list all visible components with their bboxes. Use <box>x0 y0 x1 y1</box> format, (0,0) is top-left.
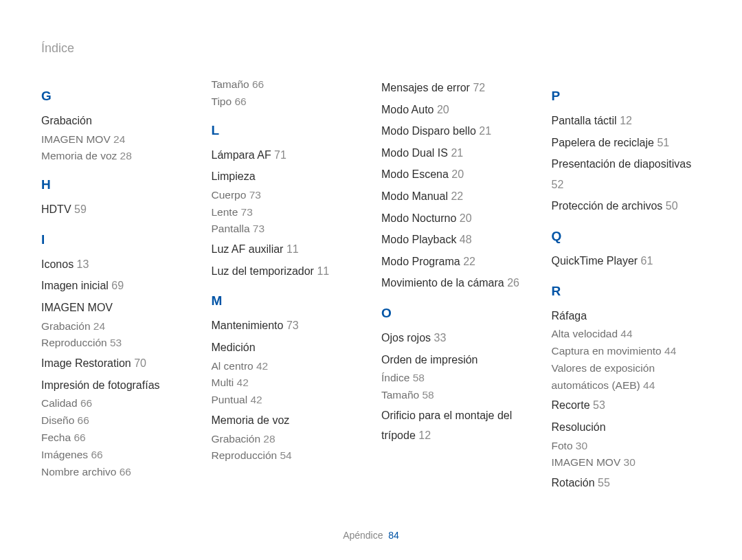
subentry-page: 66 <box>80 397 92 409</box>
index-subentry: Fecha 66 <box>41 429 191 447</box>
entry-text: Presentación de diapositivas <box>552 158 692 170</box>
subentry-page: 66 <box>74 432 85 443</box>
entry-text: IMAGEN MOV <box>41 302 113 313</box>
index-entry: Orificio para el montaje del trípode 12 <box>381 405 531 446</box>
index-entry: Luz AF auxiliar 11 <box>212 239 361 260</box>
entry-page: 70 <box>134 357 146 369</box>
subentry-page: 44 <box>620 328 632 339</box>
subentry-page: 73 <box>249 189 261 201</box>
entry-text: Orificio para el montaje del trípode <box>381 410 512 442</box>
index-subentry: Reproducción 53 <box>41 335 191 352</box>
entry-text: Pantalla táctil <box>552 115 617 126</box>
entry-page: 33 <box>434 332 446 344</box>
entry-page: 59 <box>74 203 87 215</box>
index-subentry: Tamaño 66 <box>212 76 361 93</box>
section-letter: G <box>41 89 191 104</box>
entry-page: 20 <box>437 104 449 115</box>
subentry-page: 54 <box>280 449 291 461</box>
index-entry: Lámpara AF 71 <box>212 145 361 166</box>
index-subentry: Valores de exposición automáticos (AEB) … <box>552 360 701 394</box>
subentry-page: 58 <box>422 389 434 401</box>
entry-text: Modo Nocturno <box>381 212 456 224</box>
index-entry: Modo Programa 22 <box>381 251 531 272</box>
subentry-text: Reproducción <box>212 449 278 461</box>
index-entry: Modo Escena 20 <box>381 164 531 185</box>
index-subentry: Índice 58 <box>381 370 531 387</box>
index-subentry: Calidad 66 <box>41 395 191 412</box>
index-col-2: Tamaño 66Tipo 66LLámpara AF 71LimpiezaCu… <box>212 76 361 493</box>
entry-page: 11 <box>286 243 299 255</box>
subentry-text: Imágenes <box>41 449 88 460</box>
subentry-page: 66 <box>252 78 264 90</box>
entry-text: Iconos <box>41 258 74 270</box>
index-entry: Recorte 53 <box>552 395 701 416</box>
subentry-text: Reproducción <box>41 337 107 348</box>
entry-page: 72 <box>473 82 485 93</box>
index-subentry: Imágenes 66 <box>41 447 191 464</box>
index-col-4: PPantalla táctil 12Papelera de reciclaje… <box>552 76 701 493</box>
entry-page: 11 <box>317 265 329 277</box>
entry-text: Modo Manual <box>381 190 448 202</box>
entry-text: Lámpara AF <box>212 149 271 161</box>
entry-text: Protección de archivos <box>552 200 663 212</box>
index-subentry: Pantalla 73 <box>212 221 361 238</box>
index-subentry: IMAGEN MOV 30 <box>552 454 701 471</box>
entry-text: Grabación <box>41 115 92 126</box>
subentry-page: 42 <box>250 394 262 405</box>
entry-text: Modo Playback <box>381 234 456 245</box>
index-entry: Movimiento de la cámara 26 <box>381 273 531 293</box>
subentry-page: 73 <box>241 206 253 218</box>
entry-page: 21 <box>451 147 463 159</box>
entry-text: Image Restoration <box>41 357 131 369</box>
entry-text: HDTV <box>41 203 71 215</box>
subentry-text: Diseño <box>41 414 74 426</box>
subentry-page: 42 <box>237 377 249 388</box>
subentry-text: Pantalla <box>212 223 250 234</box>
entry-text: Ráfaga <box>552 310 587 322</box>
index-entry: IMAGEN MOV <box>41 298 191 318</box>
subentry-text: Grabación <box>41 320 91 332</box>
subentry-page: 24 <box>93 320 105 332</box>
index-entry: Resolución <box>552 417 701 438</box>
entry-page: 55 <box>598 477 610 489</box>
index-subentry: Puntual 42 <box>212 392 361 409</box>
index-subentry: Alta velocidad 44 <box>552 326 701 343</box>
subentry-text: Al centro <box>212 360 254 372</box>
subentry-page: 53 <box>110 337 122 348</box>
index-entry: Image Restoration 70 <box>41 353 191 374</box>
section-letter: O <box>381 306 531 321</box>
index-subentry: Lente 73 <box>212 204 361 221</box>
entry-page: 26 <box>507 277 519 289</box>
subentry-page: 66 <box>120 466 131 478</box>
index-entry: Pantalla táctil 12 <box>552 111 701 131</box>
section-letter: R <box>552 284 701 299</box>
page-footer: Apéndice 84 <box>0 530 742 541</box>
entry-text: Luz del temporizador <box>212 265 314 277</box>
entry-text: Rotación <box>552 477 595 489</box>
page-title: Índice <box>41 41 701 56</box>
entry-text: Modo Escena <box>381 168 449 180</box>
section-letter: P <box>552 89 701 104</box>
entry-text: Mensajes de error <box>381 82 470 93</box>
subentry-page: 30 <box>576 440 587 451</box>
subentry-text: Nombre archivo <box>41 466 116 478</box>
section-letter: L <box>212 123 361 138</box>
subentry-text: Multi <box>212 377 234 388</box>
entry-text: Orden de impresión <box>381 354 478 366</box>
index-subentry: Tamaño 58 <box>381 387 531 404</box>
index-subentry: Cuerpo 73 <box>212 187 361 204</box>
index-entry: Orden de impresión <box>381 350 531 370</box>
entry-text: Ojos rojos <box>381 332 431 344</box>
entry-page: 48 <box>460 234 472 245</box>
entry-page: 53 <box>593 399 605 411</box>
index-entry: Impresión de fotografías <box>41 375 191 396</box>
subentry-page: 44 <box>664 345 676 357</box>
index-entry: Iconos 13 <box>41 254 191 275</box>
subentry-text: IMAGEN MOV <box>552 456 621 468</box>
index-entry: Limpieza <box>212 166 361 187</box>
entry-text: Memoria de voz <box>212 414 290 426</box>
entry-text: Luz AF auxiliar <box>212 243 284 255</box>
entry-text: Modo Dual IS <box>381 147 448 159</box>
index-subentry: Grabación 24 <box>41 318 191 335</box>
index-entry: Modo Nocturno 20 <box>381 208 531 229</box>
